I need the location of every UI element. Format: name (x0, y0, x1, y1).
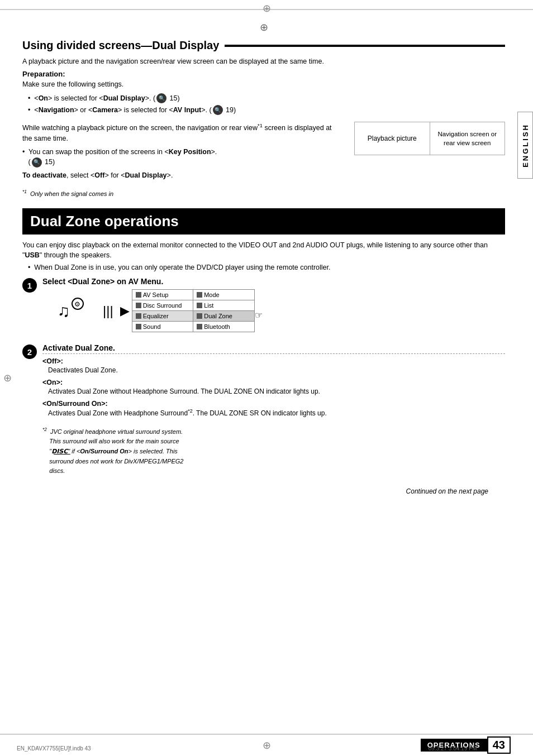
step-2-row: 2 Activate Dual Zone. <Off>: Deactivates… (22, 343, 505, 418)
option-off-desc: Deactivates Dual Zone. (48, 365, 505, 375)
option-off-label: <Off>: (42, 357, 505, 365)
step-2-content: Activate Dual Zone. <Off>: Deactivates D… (42, 343, 505, 418)
menu-cell-sound: Sound (132, 322, 194, 332)
crosshair-symbol: ⊕ (22, 21, 505, 34)
arrow-icon: ||| (103, 303, 113, 319)
step-1-circle: 1 (22, 278, 37, 293)
diagram-area: Playback picture Navigation screen orrea… (354, 122, 505, 155)
menu-row-3: Equalizer Dual Zone (132, 311, 254, 322)
menu-cell-equalizer: Equalizer (132, 311, 194, 321)
dual-display-section: While watching a playback picture on the… (22, 122, 505, 184)
body-text-swap: • You can swap the position of the scree… (22, 147, 343, 168)
file-info: EN_KDAVX7755[EU]f.indb 43 (17, 745, 91, 752)
section1-title: Using divided screens—Dual Display (22, 39, 505, 52)
menu-cell-bluetooth: Bluetooth (193, 322, 254, 332)
date-info: 09.3.27 3:04:19 PM (429, 745, 477, 752)
option-on-label: <On>: (42, 379, 505, 386)
dual-zone-title: Dual Zone operations (22, 208, 505, 235)
svg-text:⚙: ⚙ (74, 300, 80, 308)
preparation-text: Make sure the following settings. (22, 79, 505, 90)
language-label: ENGLISH (521, 123, 530, 168)
preparation-label: Preparation: (22, 70, 505, 78)
option-on-desc: Activates Dual Zone without Headphone Su… (48, 386, 505, 396)
arrow-right-icon: ▶ (120, 304, 130, 318)
section-dual-display: Using divided screens—Dual Display A pla… (22, 39, 505, 197)
dual-zone-bullet: • When Dual Zone is in use, you can only… (28, 264, 505, 271)
continued-text: Continued on the next page (22, 487, 488, 495)
menu-cell-av-setup: AV Setup (132, 290, 194, 300)
footnote-1: *1 *1 Only when the signal comes inOnly … (22, 189, 505, 197)
body-text-deactivate: To deactivate, select <Off> for <Dual Di… (22, 170, 343, 181)
dual-display-text: While watching a playback picture on the… (22, 122, 343, 184)
section-dual-zone: Dual Zone operations You can enjoy disc … (22, 208, 505, 495)
diagram-right: Navigation screen orrear view screen (430, 122, 505, 155)
step-2-circle: 2 (22, 344, 37, 359)
bullet-1: • <On> is selected for <Dual Display>. (… (28, 93, 505, 104)
av-menu-row: ♫ ⚙ ||| ▶ (42, 289, 505, 332)
step-1-row: 1 Select <Dual Zone> on AV Menu. ♫ (22, 277, 505, 336)
step-1-content: Select <Dual Zone> on AV Menu. ♫ ⚙ (42, 277, 505, 336)
section1-intro: A playback picture and the navigation sc… (22, 56, 505, 67)
bullet-2: • <Navigation> or <Camera> is selected f… (28, 104, 505, 116)
diagram-left: Playback picture (355, 122, 430, 155)
menu-cell-list: List (193, 300, 254, 310)
music-icon: ♫ ⚙ (48, 295, 93, 326)
menu-cell-mode: Mode (193, 290, 254, 300)
language-tab: ENGLISH (517, 112, 533, 179)
crosshair-bottom: ⊕ (263, 739, 271, 752)
step-1-title: Select <Dual Zone> on AV Menu. (42, 277, 505, 286)
menu-row-1: AV Setup Mode (132, 290, 254, 300)
music-note-svg: ♫ ⚙ (56, 297, 84, 325)
step-2-title: Activate Dual Zone. (42, 343, 505, 354)
menu-row-4: Sound Bluetooth (132, 322, 254, 332)
option-on-surround-label: <On/Surround On>: (42, 400, 505, 408)
dual-zone-intro: You can enjoy disc playback on the exter… (22, 240, 505, 261)
footnote-2-text: *2 JVC original headphone virtual surrou… (42, 426, 266, 476)
dual-display-diagram: Playback picture Navigation screen orrea… (354, 122, 505, 155)
av-menu-container: AV Setup Mode Disc Surround List Equaliz… (132, 289, 255, 332)
av-menu-grid: AV Setup Mode Disc Surround List Equaliz… (132, 289, 255, 332)
menu-row-2: Disc Surround List (132, 300, 254, 311)
bullet-list: • <On> is selected for <Dual Display>. (… (28, 93, 505, 117)
footnote-2: *2 JVC original headphone virtual surrou… (42, 426, 266, 476)
cursor-arrow-icon: ☞ (255, 310, 263, 320)
page-number: 43 (487, 736, 511, 754)
main-content: ⊕ Using divided screens—Dual Display A p… (17, 10, 511, 734)
crosshair-left: ⊕ (3, 372, 12, 384)
option-on-surround-desc: Activates Dual Zone with Headphone Surro… (48, 408, 505, 418)
menu-cell-disc-surround: Disc Surround (132, 300, 194, 310)
page: ⊕ ⊕ ENGLISH ⊕ Using divided screens—Dual… (0, 0, 533, 756)
svg-text:♫: ♫ (58, 302, 70, 320)
body-text-1: While watching a playback picture on the… (22, 122, 343, 144)
menu-cell-dual-zone: Dual Zone (193, 311, 254, 321)
